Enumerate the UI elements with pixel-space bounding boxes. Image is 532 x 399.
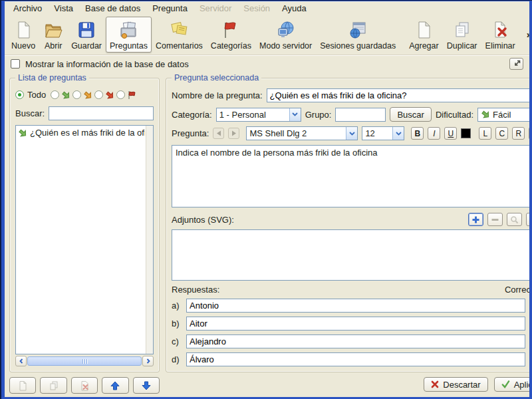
list-horizontal-scrollbar[interactable] — [15, 356, 154, 366]
new-page-icon — [17, 380, 28, 391]
toolbar-modo-servidor-button[interactable]: Modo servidor — [255, 17, 316, 53]
toolbar-nuevo-button[interactable]: Nuevo — [7, 17, 39, 53]
attachments-row: Adjuntos (SVG): — [172, 213, 529, 226]
toolbar-categorias-button[interactable]: Categorías — [207, 17, 255, 53]
toolbar-preguntas-button[interactable]: Preguntas — [106, 17, 152, 53]
answer-c-input[interactable] — [186, 334, 525, 348]
answer-a-input[interactable] — [186, 299, 525, 313]
filter-flagged-radio[interactable] — [116, 90, 125, 99]
attachment-export-button[interactable] — [526, 213, 529, 226]
question-name-input[interactable] — [267, 88, 529, 102]
category-select[interactable]: 1 - Personal — [216, 108, 301, 122]
saved-sessions-icon — [348, 20, 368, 40]
category-label: Categoría: — [172, 110, 212, 120]
apply-button[interactable]: Aplicar — [494, 377, 529, 392]
open-folder-icon — [43, 20, 63, 40]
toolbar-overflow-button[interactable]: » — [525, 29, 529, 40]
next-question-button[interactable] — [228, 128, 239, 139]
toolbar-duplicar-button[interactable]: Duplicar — [443, 17, 481, 53]
group-search-button[interactable]: Buscar — [390, 107, 431, 122]
discard-button[interactable]: Descartar — [424, 377, 487, 392]
filter-easy-radio[interactable] — [51, 90, 59, 99]
filter-all-radio[interactable] — [15, 90, 24, 99]
answer-d-input[interactable] — [186, 352, 525, 366]
show-db-info-label: Mostrar la información de la base de dat… — [25, 59, 189, 69]
app-window: Archivo Vista Base de datos Pregunta Ser… — [5, 1, 529, 397]
toolbar-guardar-button[interactable]: Guardar — [67, 17, 106, 53]
list-item-label: ¿Quién es el más friki de la oficina? — [30, 128, 145, 138]
difficulty-easy-icon — [18, 128, 27, 138]
menu-ayuda[interactable]: Ayuda — [276, 2, 313, 15]
answer-row-d: d) — [172, 352, 529, 366]
filter-hard-radio[interactable] — [94, 90, 103, 99]
toolbar-abrir-button[interactable]: Abrir — [39, 17, 67, 53]
category-value: 1 - Personal — [217, 110, 289, 120]
scrollbar-thumb[interactable] — [27, 356, 142, 366]
italic-button[interactable]: I — [428, 127, 440, 140]
filter-medium-radio[interactable] — [72, 90, 81, 99]
toolbar-eliminar-button[interactable]: Eliminar — [481, 17, 519, 53]
attachment-add-button[interactable] — [468, 213, 483, 226]
question-listbox[interactable]: ¿Quién es el más friki de la oficina? — [15, 125, 154, 354]
font-family-select[interactable]: MS Shell Dlg 2 — [246, 126, 358, 140]
bold-button[interactable]: B — [411, 127, 424, 140]
font-family-dropdown-button[interactable] — [346, 127, 357, 140]
list-duplicate-button[interactable] — [40, 377, 66, 394]
move-down-button[interactable] — [133, 377, 160, 394]
question-list-content: ¿Quién es el más friki de la oficina? — [16, 126, 146, 354]
list-search-row: Buscar: — [15, 106, 154, 120]
toolbar-sesiones-guardadas-button[interactable]: Sesiones guardadas — [316, 17, 400, 53]
toolbar-modo-servidor-label: Modo servidor — [259, 41, 312, 51]
prev-question-button[interactable] — [213, 128, 224, 139]
list-search-input[interactable] — [49, 106, 154, 120]
align-right-button[interactable]: R — [512, 127, 525, 140]
list-add-button[interactable] — [9, 377, 36, 394]
menu-base-de-datos[interactable]: Base de datos — [79, 2, 146, 15]
difficulty-label: Dificultad: — [436, 110, 473, 120]
attachment-remove-button[interactable] — [487, 213, 503, 226]
underline-button[interactable]: U — [444, 127, 457, 140]
main-area: Lista de preguntas Todo Buscar: — [5, 72, 529, 397]
menu-archivo[interactable]: Archivo — [7, 2, 48, 15]
align-left-button[interactable]: L — [479, 127, 491, 140]
menu-vista[interactable]: Vista — [48, 2, 79, 15]
move-up-button[interactable] — [102, 377, 128, 394]
save-floppy-icon — [76, 20, 96, 40]
scroll-right-button[interactable] — [142, 356, 154, 366]
answer-letter: d) — [172, 354, 182, 364]
duplicate-pages-icon — [49, 380, 59, 391]
menu-pregunta[interactable]: Pregunta — [146, 2, 194, 15]
toolbar: Nuevo Abrir Guardar Preguntas Comentario… — [5, 15, 529, 55]
question-format-row: Pregunta: MS Shell Dlg 2 12 B I U — [172, 126, 529, 140]
difficulty-value: Fácil — [478, 110, 529, 120]
toolbar-comentarios-button[interactable]: Comentarios — [152, 17, 207, 53]
question-text-editor[interactable]: Indica el nombre de la persona más friki… — [172, 145, 529, 207]
attachments-label: Adjuntos (SVG): — [172, 215, 234, 225]
text-color-button[interactable] — [461, 128, 471, 138]
collapse-panel-button[interactable] — [509, 58, 523, 70]
menu-sesion: Sesión — [237, 2, 276, 15]
questions-cardfile-icon — [118, 20, 138, 40]
group-input[interactable] — [335, 108, 386, 122]
question-list-groupbox: Lista de preguntas Todo Buscar: — [9, 78, 160, 372]
show-db-info-checkbox[interactable] — [11, 59, 20, 68]
category-dropdown-button[interactable] — [289, 108, 301, 121]
align-justify-button[interactable]: J — [529, 127, 529, 140]
plus-icon — [471, 215, 480, 224]
difficulty-select[interactable]: Fácil — [477, 108, 529, 122]
selected-question-panel: Pregunta seleccionada Nombre de la pregu… — [166, 78, 529, 394]
attachment-view-button[interactable] — [507, 213, 522, 226]
scroll-left-button[interactable] — [15, 356, 27, 366]
list-delete-button[interactable] — [71, 377, 98, 394]
toolbar-agregar-button[interactable]: Agregar — [405, 17, 442, 53]
font-size-select[interactable]: 12 — [362, 126, 404, 140]
toolbar-duplicar-label: Duplicar — [447, 41, 477, 51]
align-center-button[interactable]: C — [495, 127, 508, 140]
list-vertical-scrollbar[interactable] — [146, 126, 153, 354]
question-label: Pregunta: — [172, 128, 209, 138]
list-item[interactable]: ¿Quién es el más friki de la oficina? — [17, 127, 145, 138]
chevron-down-icon — [292, 112, 298, 116]
font-size-dropdown-button[interactable] — [392, 127, 404, 140]
attachments-area[interactable] — [172, 229, 529, 281]
answer-b-input[interactable] — [186, 317, 525, 331]
